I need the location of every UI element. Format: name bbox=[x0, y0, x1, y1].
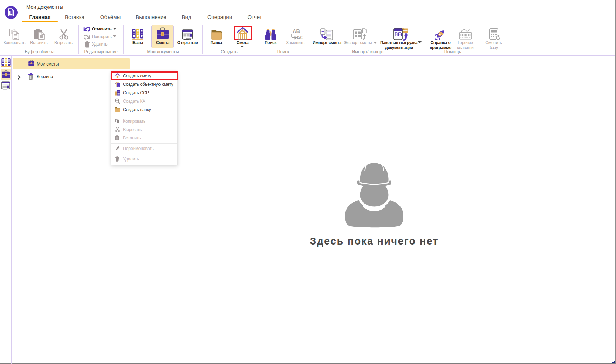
svg-text:AC: AC bbox=[296, 35, 303, 40]
svg-text:AB: AB bbox=[293, 28, 300, 34]
